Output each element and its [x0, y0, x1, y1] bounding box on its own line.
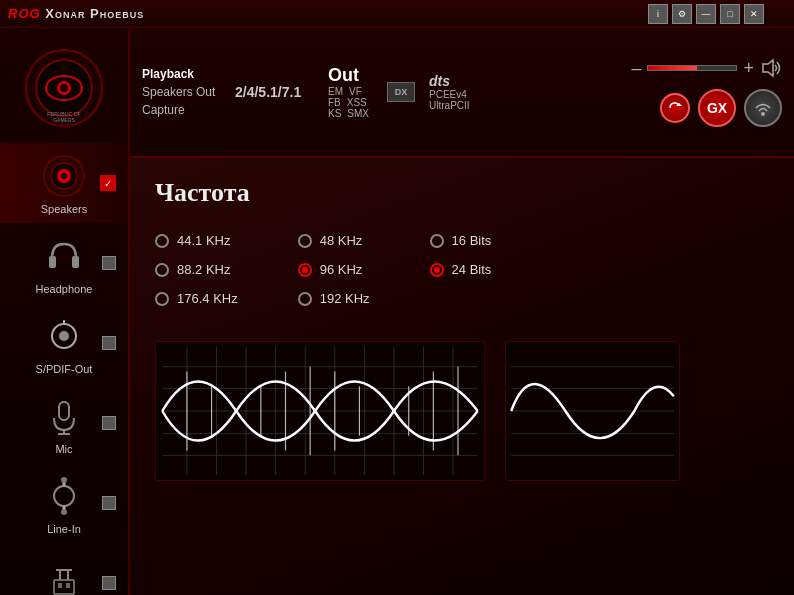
app-title: ROG ROG Xonar PhoebusXonar Phoebus: [8, 6, 144, 21]
speakers-label: Speakers: [41, 203, 87, 215]
svg-point-19: [54, 486, 74, 506]
bits-24-inner: [434, 267, 440, 273]
info-btn[interactable]: i: [648, 4, 668, 24]
mode-speakers-out[interactable]: Speakers Out: [142, 85, 227, 99]
wifi-icon: [753, 98, 773, 118]
bits-24-label: 24 Bits: [452, 262, 492, 277]
mic-label: Mic: [55, 443, 72, 455]
svg-rect-16: [59, 402, 69, 420]
bits-24-radio[interactable]: [430, 263, 444, 277]
sidebar-item-linein[interactable]: Line-In: [0, 463, 128, 543]
out-section: Out EM VF FB XSS KS SMX: [328, 28, 369, 156]
freq-48-label: 48 KHz: [320, 233, 363, 248]
main-content: Частота 44.1 KHz 88.2 KHz 176.4 KHz: [130, 158, 794, 595]
freq-44-label: 44.1 KHz: [177, 233, 230, 248]
gx-btn[interactable]: GX: [698, 89, 736, 127]
linein-label: Line-In: [47, 523, 81, 535]
dts-sub2: UltraPCII: [429, 100, 470, 111]
spdif-icon: [39, 311, 89, 361]
freq-96-label: 96 KHz: [320, 262, 363, 277]
wifi-btn[interactable]: [744, 89, 782, 127]
frequency-options: 44.1 KHz 88.2 KHz 176.4 KHz 48: [155, 233, 769, 306]
close-btn[interactable]: ✕: [744, 4, 764, 24]
svg-point-14: [59, 331, 69, 341]
svg-point-22: [61, 477, 67, 483]
svg-point-23: [61, 509, 67, 515]
logo-area: REPUBLIC OF GAMERS: [0, 38, 128, 138]
vol-plus-btn[interactable]: +: [743, 58, 754, 79]
title-bar: ROG ROG Xonar PhoebusXonar Phoebus i ⚙ —…: [0, 0, 794, 28]
bits-16-radio[interactable]: [430, 234, 444, 248]
freq-96-inner: [302, 267, 308, 273]
refresh-btn[interactable]: [660, 93, 690, 123]
spdif-check: [102, 336, 116, 350]
mode-playback[interactable]: Playback: [142, 67, 227, 81]
svg-point-4: [60, 84, 68, 92]
dts-sub1: PCEEv4: [429, 89, 470, 100]
freq-44-radio[interactable]: [155, 234, 169, 248]
minimize-btn[interactable]: —: [696, 4, 716, 24]
codec-row2: FB XSS: [328, 97, 369, 108]
sidebar-item-mic[interactable]: Mic: [0, 383, 128, 463]
svg-point-10: [61, 173, 67, 179]
headphone-label: Headphone: [36, 283, 93, 295]
dts-label: dts: [429, 73, 470, 89]
dts-section: dts PCEEv4 UltraPCII: [429, 28, 470, 156]
small-waveform: [505, 341, 680, 481]
freq-192-item[interactable]: 192 KHz: [298, 291, 370, 306]
refresh-icon: [668, 101, 682, 115]
mode-capture[interactable]: Capture: [142, 103, 227, 117]
freq-176-radio[interactable]: [155, 292, 169, 306]
linein-icon: [39, 471, 89, 521]
svg-rect-11: [49, 256, 56, 268]
freq-48-radio[interactable]: [298, 234, 312, 248]
speaker-vol-icon: [760, 57, 782, 79]
maximize-btn[interactable]: □: [720, 4, 740, 24]
bits-16-item[interactable]: 16 Bits: [430, 233, 492, 248]
freq-192-radio[interactable]: [298, 292, 312, 306]
action-buttons: GX: [660, 89, 782, 127]
freq-88-radio[interactable]: [155, 263, 169, 277]
freq-48-item[interactable]: 48 KHz: [298, 233, 370, 248]
volume-slider[interactable]: [647, 65, 737, 71]
freq-192-label: 192 KHz: [320, 291, 370, 306]
mode-selector: Playback Speakers Out Capture: [142, 28, 227, 156]
rog-logo: REPUBLIC OF GAMERS: [24, 48, 104, 128]
freq-96-item[interactable]: 96 KHz: [298, 262, 370, 277]
small-waveform-svg: [506, 342, 679, 480]
freq-176-label: 176.4 KHz: [177, 291, 238, 306]
sidebar-item-headphone[interactable]: Headphone: [0, 223, 128, 303]
svg-rect-24: [54, 580, 74, 594]
codec-row1: EM VF: [328, 86, 369, 97]
bits-24-item[interactable]: 24 Bits: [430, 262, 492, 277]
dx-badge: DX: [387, 82, 415, 102]
linein-check: [102, 496, 116, 510]
sidebar-item-auxin[interactable]: AUX-In: [0, 543, 128, 595]
svg-text:GAMERS: GAMERS: [53, 117, 75, 123]
freq-88-item[interactable]: 88.2 KHz: [155, 262, 238, 277]
bits-16-label: 16 Bits: [452, 233, 492, 248]
title-bar-controls[interactable]: i ⚙ — □ ✕: [648, 4, 764, 24]
mic-icon: [39, 391, 89, 441]
freq-col-2: 48 KHz 96 KHz 192 KHz: [298, 233, 370, 306]
app-container: REPUBLIC OF GAMERS Speakers ✓: [0, 28, 794, 595]
settings-btn[interactable]: ⚙: [672, 4, 692, 24]
speakers-check: ✓: [100, 175, 116, 191]
main-waveform: [155, 341, 485, 481]
freq-176-item[interactable]: 176.4 KHz: [155, 291, 238, 306]
volume-control[interactable]: – +: [631, 57, 782, 79]
freq-96-radio[interactable]: [298, 263, 312, 277]
dx-section: DX: [387, 28, 415, 156]
out-label: Out: [328, 65, 369, 86]
spdif-label: S/PDIF-Out: [36, 363, 93, 375]
freq-88-label: 88.2 KHz: [177, 262, 230, 277]
sidebar-item-spdif[interactable]: S/PDIF-Out: [0, 303, 128, 383]
auxin-icon: [39, 551, 89, 595]
sidebar-item-speakers[interactable]: Speakers ✓: [0, 143, 128, 223]
svg-marker-30: [763, 60, 773, 76]
freq-44-item[interactable]: 44.1 KHz: [155, 233, 238, 248]
codec-row3: KS SMX: [328, 108, 369, 119]
vol-minus-btn[interactable]: –: [631, 58, 641, 79]
sidebar: REPUBLIC OF GAMERS Speakers ✓: [0, 28, 130, 595]
svg-rect-26: [66, 583, 70, 588]
